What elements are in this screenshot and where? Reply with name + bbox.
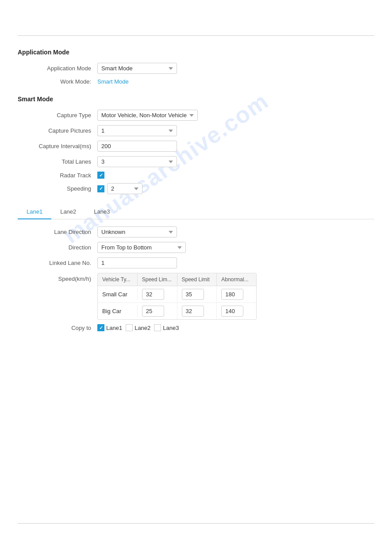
speed-max-big bbox=[177, 303, 217, 319]
speed-row-big-car: Big Car bbox=[98, 303, 256, 319]
application-mode-section: Application Mode Application Mode Smart … bbox=[18, 49, 374, 85]
capture-type-control: Motor Vehicle, Non-Motor Vehicle Motor V… bbox=[97, 110, 198, 121]
application-mode-label: Application Mode bbox=[18, 65, 97, 72]
tab-lane2[interactable]: Lane2 bbox=[51, 205, 85, 219]
bottom-rule bbox=[18, 523, 374, 524]
radar-track-row: Radar Track ✓ bbox=[18, 172, 374, 179]
speeding-check-icon: ✓ bbox=[99, 186, 103, 191]
copy-to-lane3-label: Lane3 bbox=[163, 325, 179, 331]
lane-direction-select[interactable]: Unknown North South East West bbox=[97, 226, 177, 237]
speeding-row: Speeding ✓ 1 2 3 bbox=[18, 183, 374, 194]
speed-min-big-input[interactable] bbox=[142, 306, 164, 317]
direction-select[interactable]: From Top to Bottom From Bottom to Top bbox=[97, 242, 186, 253]
total-lanes-select[interactable]: 1 2 3 4 5 6 bbox=[97, 156, 177, 167]
work-mode-label: Work Mode: bbox=[18, 78, 97, 85]
capture-interval-label: Capture Interval(ms) bbox=[18, 143, 97, 149]
direction-label: Direction bbox=[18, 244, 97, 251]
total-lanes-row: Total Lanes 1 2 3 4 5 6 bbox=[18, 156, 374, 167]
radar-track-control: ✓ bbox=[97, 172, 104, 179]
copy-to-options: ✓ Lane1 Lane2 Lane3 bbox=[97, 324, 179, 331]
work-mode-value: Smart Mode bbox=[97, 78, 129, 85]
speed-col-abnormal: Abnormal... bbox=[217, 273, 256, 286]
speed-table-header: Vehicle Ty... Speed Lim... Speed Limit A… bbox=[98, 273, 256, 286]
smart-mode-section: Smart Mode Capture Type Motor Vehicle, N… bbox=[18, 96, 374, 194]
copy-to-lane3-checkbox[interactable] bbox=[154, 324, 161, 331]
copy-to-lane2-checkbox[interactable] bbox=[126, 324, 133, 331]
content-area: Application Mode Application Mode Smart … bbox=[0, 0, 392, 386]
radar-track-check-icon: ✓ bbox=[99, 173, 103, 178]
speed-col-max: Speed Limit bbox=[177, 273, 217, 286]
capture-interval-control bbox=[97, 141, 177, 152]
speed-col-min: Speed Lim... bbox=[138, 273, 177, 286]
linked-lane-input[interactable] bbox=[97, 257, 177, 268]
smart-mode-title: Smart Mode bbox=[18, 96, 374, 103]
speeding-control: ✓ 1 2 3 bbox=[97, 183, 142, 194]
lane-direction-row: Lane Direction Unknown North South East … bbox=[18, 226, 374, 237]
copy-to-lane1-item: ✓ Lane1 bbox=[97, 324, 122, 331]
speed-row: Speed(km/h) Vehicle Ty... Speed Lim... S… bbox=[18, 273, 374, 320]
capture-type-label: Capture Type bbox=[18, 112, 97, 119]
abnormal-small-input[interactable] bbox=[221, 289, 243, 300]
lane-settings-section: Lane Direction Unknown North South East … bbox=[18, 226, 374, 331]
copy-to-lane2-label: Lane2 bbox=[135, 325, 150, 331]
linked-lane-control bbox=[97, 257, 177, 268]
speed-max-small-input[interactable] bbox=[182, 289, 204, 300]
lane-tabs: Lane1 Lane2 Lane3 bbox=[18, 205, 374, 219]
speed-table-wrapper: Vehicle Ty... Speed Lim... Speed Limit A… bbox=[97, 273, 257, 320]
speed-row-small-car: Small Car bbox=[98, 286, 256, 303]
copy-to-lane3-item: Lane3 bbox=[154, 324, 179, 331]
capture-interval-input[interactable] bbox=[97, 141, 177, 152]
vehicle-type-big: Big Car bbox=[98, 305, 138, 317]
vehicle-type-small: Small Car bbox=[98, 288, 138, 300]
tab-lane1[interactable]: Lane1 bbox=[18, 205, 51, 219]
capture-pictures-label: Capture Pictures bbox=[18, 127, 97, 134]
speeding-select[interactable]: 1 2 3 bbox=[107, 183, 142, 194]
capture-pictures-select[interactable]: 1 2 3 bbox=[97, 125, 177, 136]
application-mode-select[interactable]: Smart Mode Normal Mode bbox=[97, 63, 177, 74]
capture-type-select[interactable]: Motor Vehicle, Non-Motor Vehicle Motor V… bbox=[97, 110, 198, 121]
copy-lane1-check-icon: ✓ bbox=[99, 325, 103, 330]
copy-to-row: Copy to ✓ Lane1 Lane2 Lane3 bbox=[18, 324, 374, 331]
tab-lane3[interactable]: Lane3 bbox=[85, 205, 119, 219]
linked-lane-row: Linked Lane No. bbox=[18, 257, 374, 268]
speeding-label: Speeding bbox=[18, 185, 97, 192]
capture-pictures-control: 1 2 3 bbox=[97, 125, 177, 136]
direction-control: From Top to Bottom From Bottom to Top bbox=[97, 242, 186, 253]
capture-type-row: Capture Type Motor Vehicle, Non-Motor Ve… bbox=[18, 110, 374, 121]
lane-direction-control: Unknown North South East West bbox=[97, 226, 177, 237]
page-container: manualsarchive.com Application Mode Appl… bbox=[0, 0, 392, 559]
speeding-checkbox[interactable]: ✓ bbox=[97, 185, 104, 192]
abnormal-big-input[interactable] bbox=[221, 306, 243, 317]
radar-track-checkbox[interactable]: ✓ bbox=[97, 172, 104, 179]
abnormal-small bbox=[217, 286, 256, 302]
work-mode-row: Work Mode: Smart Mode bbox=[18, 78, 374, 85]
copy-to-label: Copy to bbox=[18, 325, 97, 331]
speed-min-small-input[interactable] bbox=[142, 289, 164, 300]
copy-to-lane1-checkbox[interactable]: ✓ bbox=[97, 324, 104, 331]
speed-col-vehicle: Vehicle Ty... bbox=[98, 273, 138, 286]
work-mode-value-area: Smart Mode bbox=[97, 78, 129, 85]
linked-lane-label: Linked Lane No. bbox=[18, 260, 97, 266]
copy-to-lane1-label: Lane1 bbox=[106, 325, 122, 331]
speed-max-big-input[interactable] bbox=[182, 306, 204, 317]
speed-max-small bbox=[177, 286, 217, 302]
capture-interval-row: Capture Interval(ms) bbox=[18, 141, 374, 152]
speed-min-big bbox=[138, 303, 177, 319]
radar-track-label: Radar Track bbox=[18, 172, 97, 179]
speed-min-small bbox=[138, 286, 177, 302]
speed-table: Vehicle Ty... Speed Lim... Speed Limit A… bbox=[97, 273, 257, 320]
abnormal-big bbox=[217, 303, 256, 319]
direction-row: Direction From Top to Bottom From Bottom… bbox=[18, 242, 374, 253]
application-mode-title: Application Mode bbox=[18, 49, 374, 56]
capture-pictures-row: Capture Pictures 1 2 3 bbox=[18, 125, 374, 136]
lane-direction-label: Lane Direction bbox=[18, 229, 97, 235]
speed-label: Speed(km/h) bbox=[18, 273, 97, 282]
application-mode-row: Application Mode Smart Mode Normal Mode bbox=[18, 63, 374, 74]
total-lanes-label: Total Lanes bbox=[18, 158, 97, 165]
application-mode-control: Smart Mode Normal Mode bbox=[97, 63, 177, 74]
total-lanes-control: 1 2 3 4 5 6 bbox=[97, 156, 177, 167]
copy-to-lane2-item: Lane2 bbox=[126, 324, 150, 331]
